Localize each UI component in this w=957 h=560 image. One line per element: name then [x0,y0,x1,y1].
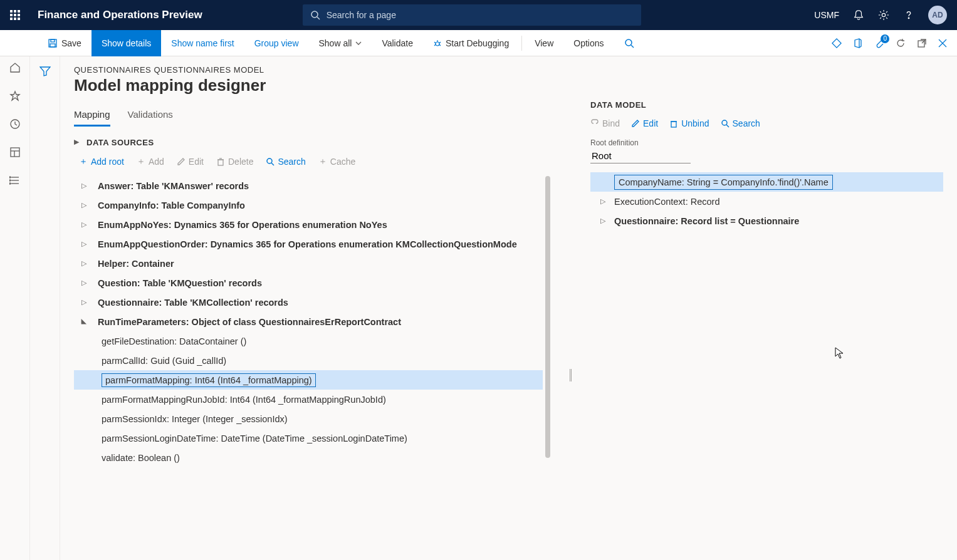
office-icon[interactable] [853,38,863,48]
group-view-button[interactable]: Group view [244,30,309,56]
svg-line-27 [631,45,634,48]
attachments-badge: 0 [881,34,889,43]
app-title: Finance and Operations Preview [38,9,202,21]
company-label[interactable]: USMF [814,10,839,20]
notifications-icon[interactable] [853,9,864,21]
show-name-first-button[interactable]: Show name first [161,30,244,56]
popout-icon[interactable] [917,38,927,48]
svg-point-0 [311,11,318,18]
action-search-button[interactable] [614,30,644,56]
svg-rect-18 [51,39,55,42]
svg-point-2 [882,13,885,16]
options-button[interactable]: Options [563,30,614,56]
search-icon [310,10,320,20]
show-details-button[interactable]: Show details [92,30,161,56]
svg-rect-19 [50,44,55,47]
settings-icon[interactable] [878,9,889,21]
svg-point-26 [625,39,632,46]
svg-line-22 [434,42,436,43]
start-debugging-button[interactable]: Start Debugging [423,30,519,56]
svg-point-20 [436,42,439,46]
debug-icon [433,39,442,48]
chevron-down-icon [355,41,362,45]
view-button[interactable]: View [525,30,563,56]
user-avatar[interactable]: AD [928,6,947,24]
validate-button[interactable]: Validate [372,30,423,56]
svg-line-1 [317,17,320,19]
diamond-icon[interactable] [832,38,842,48]
app-launcher-icon[interactable] [8,8,25,23]
show-all-dropdown[interactable]: Show all [309,30,372,56]
refresh-icon[interactable] [896,38,906,48]
save-button[interactable]: Save [38,30,92,56]
svg-rect-28 [832,38,841,47]
svg-line-24 [434,44,436,46]
search-placeholder: Search for a page [327,10,396,20]
help-icon[interactable] [903,9,914,21]
action-bar: Save Show details Show name first Group … [0,30,957,56]
close-icon[interactable] [938,39,947,48]
svg-point-3 [908,18,909,18]
separator [521,36,522,51]
svg-line-23 [439,42,441,43]
svg-line-31 [922,39,926,43]
global-search[interactable]: Search for a page [303,4,641,26]
svg-line-25 [439,44,441,46]
search-icon [624,38,634,48]
attachments-icon[interactable]: 0 [874,38,884,48]
top-bar: Finance and Operations Preview Search fo… [0,0,957,30]
